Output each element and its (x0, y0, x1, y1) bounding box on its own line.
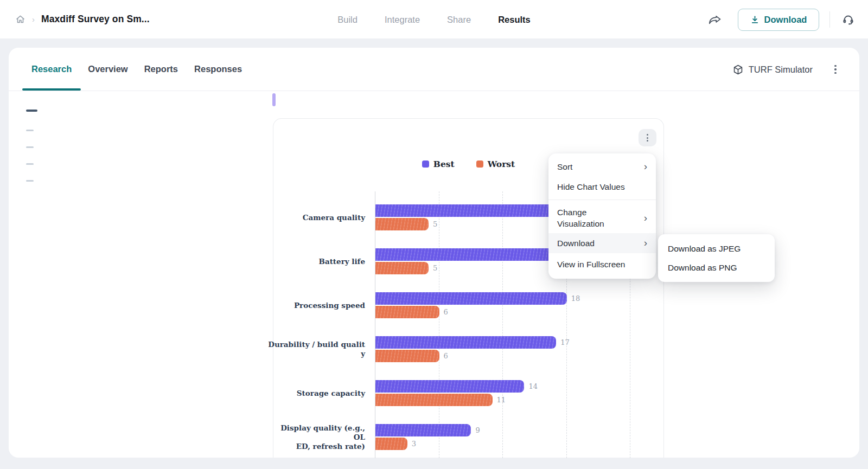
download-button-label: Download (764, 15, 807, 25)
menu-item-view-in-fullscreen[interactable]: View in Fullscreen (548, 253, 656, 275)
submenu-item-download-png[interactable]: Download as PNG (658, 258, 775, 277)
category-label: Camera quality (267, 204, 365, 230)
category-label: Battery life (267, 248, 365, 274)
question-list-item[interactable] (26, 110, 37, 112)
tab-responses[interactable]: Responses (193, 48, 243, 91)
share-forward-icon[interactable] (708, 14, 723, 26)
nav-item-results[interactable]: Results (498, 15, 531, 25)
legend-item-worst[interactable]: Worst (476, 159, 515, 169)
worst-bar-value: 11 (497, 394, 506, 406)
nav-item-integrate[interactable]: Integrate (385, 15, 420, 25)
worst-bar-value: 6 (444, 350, 448, 362)
chart-context-menu: Sort › Hide Chart Values Change Visualiz… (548, 153, 656, 279)
y-axis-line (375, 191, 375, 458)
question-list-item[interactable] (26, 163, 34, 165)
worst-bar[interactable] (375, 218, 429, 230)
breadcrumb: › Maxdiff Survey on Sm... (0, 14, 150, 25)
question-list-item[interactable] (26, 180, 34, 182)
headset-icon[interactable] (841, 13, 855, 26)
worst-bar-value: 3 (412, 438, 416, 450)
best-bar[interactable] (375, 380, 524, 393)
breadcrumb-chevron-icon: › (32, 15, 35, 24)
download-submenu: Download as JPEG Download as PNG (658, 234, 775, 282)
header-nav: Build Integrate Share Results (337, 0, 530, 39)
tabs-kebab-menu-icon[interactable] (828, 61, 843, 78)
question-list-item[interactable] (26, 146, 34, 148)
best-bar[interactable] (375, 292, 567, 305)
chevron-right-icon: › (644, 237, 647, 248)
menu-item-sort[interactable]: Sort › (548, 157, 656, 177)
nav-item-share[interactable]: Share (447, 15, 471, 25)
worst-bar[interactable] (375, 438, 407, 450)
category-label: Display quality (e.g., OL ED, refresh ra… (267, 424, 365, 450)
legend-item-best[interactable]: Best (422, 159, 455, 169)
category-label: Durability / build qualit y (267, 336, 365, 362)
legend-swatch-worst (476, 160, 483, 168)
tab-overview[interactable]: Overview (87, 48, 129, 91)
page: { "header": { "breadcrumb_title": "Maxdi… (0, 0, 868, 469)
home-icon[interactable] (15, 14, 25, 24)
menu-item-download[interactable]: Download › (548, 233, 656, 253)
chart-kebab-menu-button[interactable] (639, 129, 656, 146)
menu-divider (548, 200, 656, 200)
legend-swatch-best (422, 160, 429, 168)
worst-bar[interactable] (375, 262, 429, 274)
vertical-scrollbar-thumb[interactable] (272, 93, 276, 106)
x-gridline (439, 191, 439, 458)
best-bar[interactable] (375, 336, 556, 349)
best-bar-value: 14 (528, 380, 538, 393)
tab-reports[interactable]: Reports (143, 48, 179, 91)
x-gridline (502, 191, 503, 458)
submenu-item-download-jpeg[interactable]: Download as JPEG (658, 239, 775, 258)
best-bar[interactable] (375, 424, 471, 436)
menu-item-change-visualization[interactable]: Change Visualization › (548, 203, 656, 233)
chevron-right-icon: › (644, 213, 647, 223)
survey-title[interactable]: Maxdiff Survey on Sm... (41, 14, 150, 25)
menu-item-hide-chart-values[interactable]: Hide Chart Values (548, 177, 656, 197)
category-label: Processing speed (267, 292, 365, 318)
turf-simulator-label: TURF Simulator (749, 65, 813, 75)
results-tabs-row: Research Overview Reports Responses TURF… (9, 48, 859, 91)
legend-label-worst: Worst (488, 159, 515, 169)
best-bar-value: 18 (571, 292, 580, 305)
question-list-item[interactable] (26, 130, 34, 131)
header-separator (829, 11, 830, 28)
worst-bar[interactable] (375, 306, 439, 318)
best-bar-value: 9 (475, 424, 480, 436)
category-label: Storage capacity (267, 380, 365, 406)
cube-icon (732, 64, 744, 75)
worst-bar[interactable] (375, 394, 493, 406)
worst-bar-value: 6 (444, 306, 448, 318)
worst-bar-value: 5 (433, 218, 437, 230)
nav-item-build[interactable]: Build (337, 15, 358, 25)
turf-simulator-button[interactable]: TURF Simulator (732, 48, 813, 91)
chevron-right-icon: › (644, 161, 647, 171)
worst-bar[interactable] (375, 350, 439, 362)
worst-bar-value: 5 (433, 262, 437, 274)
best-bar-value: 17 (560, 336, 570, 349)
download-button[interactable]: Download (738, 9, 819, 31)
download-icon (750, 15, 760, 24)
legend-label-best: Best (433, 159, 455, 169)
app-header: › Maxdiff Survey on Sm... Build Integrat… (0, 0, 868, 39)
tab-research[interactable]: Research (30, 48, 73, 91)
